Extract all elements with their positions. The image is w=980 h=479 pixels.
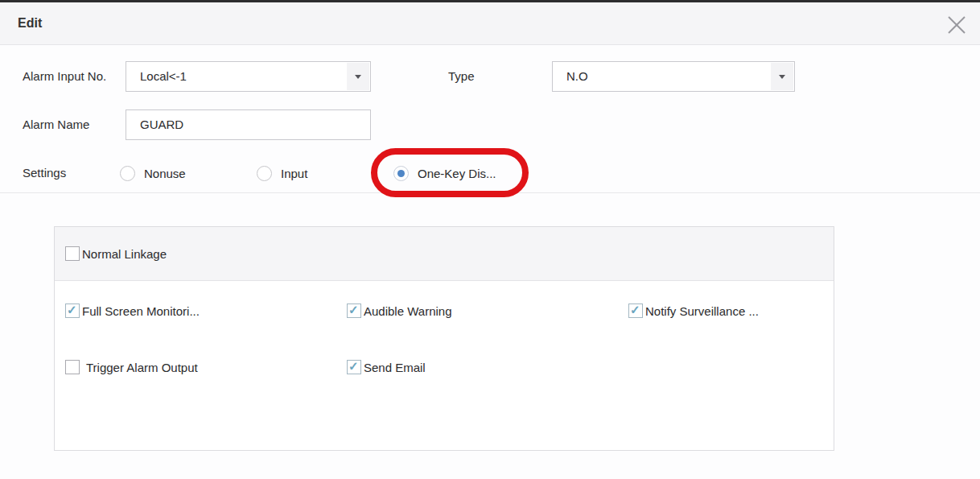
settings-label: Settings [23,165,66,181]
radio-nonuse-label: Nonuse [144,167,186,180]
checkbox-icon [65,304,80,318]
divider [0,192,980,193]
alarm-name-value: GUARD [140,110,183,139]
radio-one-key-label: One-Key Dis... [418,167,496,180]
type-dropdown[interactable]: N.O [552,61,795,92]
alarm-input-no-dropdown[interactable]: Local<-1 [126,61,371,92]
dropdown-arrow-icon [779,75,785,79]
checkbox-notify-surveillance-label: Notify Surveillance ... [645,304,759,318]
type-value: N.O [566,62,588,91]
dialog-title: Edit [18,16,42,31]
checkbox-icon [65,246,80,261]
radio-input[interactable]: Input [257,166,307,181]
radio-nonuse[interactable]: Nonuse [120,166,186,181]
radio-circle-icon [393,166,409,181]
type-label: Type [448,68,475,85]
checkbox-normal-linkage-label: Normal Linkage [82,247,167,261]
alarm-input-no-label: Alarm Input No. [23,68,106,85]
radio-circle-icon [257,166,272,181]
alarm-name-label: Alarm Name [23,117,89,133]
linkage-panel: Normal Linkage Full Screen Monitori... A… [54,226,834,451]
checkbox-send-email-label: Send Email [364,361,426,374]
close-icon [946,14,967,35]
checkbox-icon [628,304,643,318]
checkbox-send-email[interactable]: Send Email [347,360,426,374]
dialog-titlebar: Edit [0,2,980,45]
checkbox-audible-warning-label: Audible Warning [364,304,452,318]
checkbox-full-screen-monitoring[interactable]: Full Screen Monitori... [65,304,200,318]
checkbox-audible-warning[interactable]: Audible Warning [347,304,452,318]
checkbox-icon [347,304,361,318]
radio-circle-icon [120,166,135,181]
radio-one-key-disarming[interactable]: One-Key Dis... [393,166,496,181]
checkbox-trigger-alarm-output-label: Trigger Alarm Output [86,361,198,374]
checkbox-icon [347,360,361,374]
radio-input-label: Input [281,167,307,180]
checkbox-notify-surveillance[interactable]: Notify Surveillance ... [628,304,759,318]
alarm-input-no-value: Local<-1 [140,62,187,91]
alarm-input-no-dropdown-button[interactable] [347,63,369,90]
checkbox-trigger-alarm-output[interactable]: Trigger Alarm Output [65,360,198,374]
checkbox-normal-linkage[interactable]: Normal Linkage [65,246,167,261]
checkbox-icon [65,360,80,374]
linkage-panel-header: Normal Linkage [55,227,834,281]
checkbox-full-screen-monitoring-label: Full Screen Monitori... [82,304,200,318]
alarm-name-input[interactable]: GUARD [126,109,371,140]
dropdown-arrow-icon [355,75,361,79]
close-button[interactable] [943,11,970,39]
type-dropdown-button[interactable] [771,63,793,90]
